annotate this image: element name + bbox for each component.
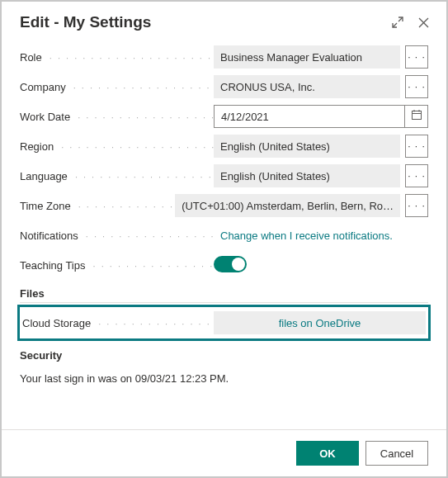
- label-work-date: Work Date: [20, 111, 214, 123]
- cloud-storage-button[interactable]: files on OneDrive: [214, 311, 426, 334]
- dialog-footer: OK Cancel: [2, 429, 446, 476]
- row-work-date: Work Date 4/12/2021: [20, 102, 428, 130]
- calendar-button[interactable]: [405, 105, 428, 128]
- region-field[interactable]: English (United States): [214, 135, 400, 158]
- row-teaching-tips: Teaching Tips: [20, 251, 428, 279]
- last-sign-in-text: Your last sign in was on 09/03/21 12:23 …: [20, 372, 428, 385]
- label-language: Language: [20, 170, 214, 182]
- row-region: Region English (United States) · · ·: [20, 132, 428, 160]
- label-role: Role: [20, 51, 214, 64]
- row-notifications: Notifications Change when I receive noti…: [20, 221, 428, 249]
- label-cloud-storage: Cloud Storage: [20, 317, 214, 329]
- region-more-button[interactable]: · · ·: [405, 135, 428, 158]
- company-more-button[interactable]: · · ·: [405, 75, 428, 98]
- section-files: Files: [20, 287, 428, 303]
- teaching-tips-toggle[interactable]: [214, 256, 247, 272]
- dialog-body: Role Business Manager Evaluation · · · C…: [2, 36, 446, 385]
- section-security: Security: [20, 349, 428, 364]
- label-notifications: Notifications: [20, 230, 214, 242]
- cancel-button[interactable]: Cancel: [365, 441, 428, 466]
- dialog-header: Edit - My Settings: [2, 2, 446, 36]
- label-teaching-tips: Teaching Tips: [20, 259, 214, 272]
- calendar-icon: [411, 109, 422, 124]
- ok-button[interactable]: OK: [296, 441, 359, 466]
- role-field[interactable]: Business Manager Evaluation: [214, 45, 400, 69]
- header-icons: [391, 16, 430, 29]
- language-field[interactable]: English (United States): [214, 164, 400, 187]
- notifications-link[interactable]: Change when I receive notifications.: [214, 224, 428, 247]
- row-company: Company CRONUS USA, Inc. · · ·: [20, 73, 428, 101]
- expand-icon[interactable]: [391, 16, 404, 29]
- svg-rect-0: [412, 111, 421, 120]
- role-more-button[interactable]: · · ·: [405, 45, 428, 69]
- label-region: Region: [20, 140, 214, 153]
- row-language: Language English (United States) · · ·: [20, 162, 428, 190]
- row-role: Role Business Manager Evaluation · · ·: [20, 43, 428, 71]
- time-zone-more-button[interactable]: · · ·: [405, 194, 428, 217]
- close-icon[interactable]: [417, 17, 430, 29]
- dialog-title: Edit - My Settings: [20, 13, 391, 31]
- time-zone-field[interactable]: (UTC+01:00) Amsterdam, Berlin, Bern, Ro…: [175, 194, 400, 217]
- row-time-zone: Time Zone (UTC+01:00) Amsterdam, Berlin,…: [20, 192, 428, 220]
- row-cloud-storage: Cloud Storage files on OneDrive: [20, 309, 428, 337]
- my-settings-dialog: Edit - My Settings Role Business Manager…: [0, 0, 448, 478]
- label-time-zone: Time Zone: [20, 200, 175, 212]
- label-company: Company: [20, 81, 214, 93]
- language-more-button[interactable]: · · ·: [405, 164, 428, 187]
- work-date-input[interactable]: 4/12/2021: [214, 105, 405, 128]
- cloud-storage-highlight: Cloud Storage files on OneDrive: [17, 305, 431, 341]
- company-field[interactable]: CRONUS USA, Inc.: [214, 75, 400, 98]
